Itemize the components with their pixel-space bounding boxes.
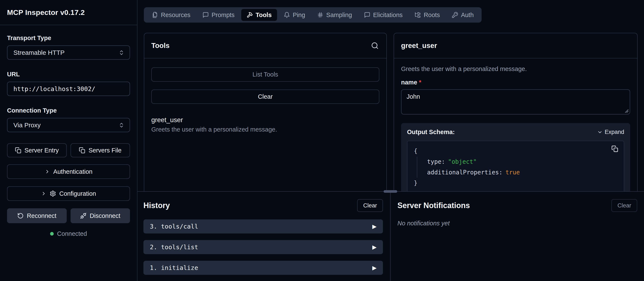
name-field[interactable]: John <box>401 89 630 115</box>
required-marker: * <box>419 79 421 86</box>
tab-label: Elicitations <box>373 12 403 19</box>
chevrons-up-down-icon <box>118 122 124 128</box>
notifications-clear-button[interactable]: Clear <box>612 199 637 212</box>
tab-tools[interactable]: Tools <box>241 9 277 21</box>
tab-label: Auth <box>461 12 474 19</box>
copy-code-button[interactable] <box>612 145 618 152</box>
tab-label: Resources <box>161 12 190 19</box>
tool-name: greet_user <box>151 116 379 124</box>
expand-label: Expand <box>604 129 624 135</box>
copy-icon <box>79 147 85 153</box>
tab-label: Tools <box>256 12 272 19</box>
connection-status: Connected <box>7 230 130 237</box>
hash-icon <box>317 12 324 18</box>
history-clear-label: Clear <box>363 202 377 209</box>
history-item[interactable]: 3. tools/call ▶ <box>144 219 383 233</box>
tab-sampling[interactable]: Sampling <box>312 9 358 21</box>
history-clear-button[interactable]: Clear <box>357 199 383 212</box>
output-schema-card: Output Schema: Expand { <box>401 123 630 191</box>
tab-label: Roots <box>424 12 440 19</box>
resize-grip-icon[interactable] <box>625 109 628 113</box>
server-notifications-title: Server Notifications <box>398 201 470 210</box>
hammer-icon <box>246 12 253 18</box>
history-panel: History Clear 3. tools/call ▶ 2. tools/l… <box>138 192 390 281</box>
expand-toggle[interactable]: Expand <box>597 129 624 135</box>
server-notifications-header: Server Notifications Clear <box>398 199 637 212</box>
app-header: MCP Inspector v0.17.2 <box>0 0 137 25</box>
chevron-right-icon <box>44 169 50 174</box>
copy-buttons-row: Server Entry Servers File <box>7 143 130 157</box>
clear-tools-button[interactable]: Clear <box>151 90 379 104</box>
tools-panel-title: Tools <box>151 42 170 50</box>
rotate-ccw-icon <box>17 212 24 219</box>
tab-resources[interactable]: Resources <box>146 9 196 21</box>
history-title: History <box>144 201 170 210</box>
tab-auth[interactable]: Auth <box>446 9 479 21</box>
disconnect-button[interactable]: Disconnect <box>70 208 130 223</box>
copy-icon <box>612 145 618 152</box>
play-icon: ▶ <box>372 223 376 230</box>
servers-file-label: Servers File <box>88 147 122 154</box>
message-square-icon <box>202 12 209 18</box>
param-input-wrap: John <box>401 89 630 115</box>
history-header: History Clear <box>144 199 383 212</box>
history-item[interactable]: 2. tools/list ▶ <box>144 240 383 254</box>
top-panes: Tools List Tools Clear greet_user Greets… <box>138 33 644 191</box>
message-square-icon <box>364 12 370 18</box>
chevrons-up-down-icon <box>118 50 124 56</box>
splitter-handle[interactable] <box>384 190 397 193</box>
reconnect-button[interactable]: Reconnect <box>7 208 67 223</box>
sidebar: MCP Inspector v0.17.2 Transport Type Str… <box>0 0 138 281</box>
sidebar-body: Transport Type Streamable HTTP URL Conne… <box>0 25 137 237</box>
bottom-panes: History Clear 3. tools/call ▶ 2. tools/l… <box>138 192 644 281</box>
server-entry-button[interactable]: Server Entry <box>7 143 67 157</box>
tab-prompts[interactable]: Prompts <box>197 9 240 21</box>
tools-panel-body: List Tools Clear greet_user Greets the u… <box>144 58 386 133</box>
play-icon: ▶ <box>372 264 376 271</box>
chevron-down-icon <box>597 129 603 135</box>
tool-detail-body: Greets the user with a personalized mess… <box>394 58 637 191</box>
reconnect-label: Reconnect <box>27 212 56 219</box>
key-icon <box>452 12 458 18</box>
server-notifications-panel: Server Notifications Clear No notificati… <box>390 192 644 281</box>
chevron-right-icon <box>41 191 46 196</box>
configuration-label: Configuration <box>59 190 96 197</box>
app-title: MCP Inspector v0.17.2 <box>7 8 85 17</box>
main-area: Resources Prompts Tools Ping Sampling <box>138 0 644 281</box>
tool-detail-header: greet_user <box>394 33 637 58</box>
param-name-label: name <box>401 79 417 86</box>
clear-tools-label: Clear <box>258 93 272 100</box>
search-icon[interactable] <box>371 42 379 50</box>
topbar: Resources Prompts Tools Ping Sampling <box>138 0 644 23</box>
tool-description: Greets the user with a personalized mess… <box>151 126 379 133</box>
code-line: type:"object" <box>427 156 617 167</box>
code-open-brace: { <box>414 146 617 156</box>
copy-icon <box>15 147 21 153</box>
list-tools-button[interactable]: List Tools <box>151 67 379 82</box>
configuration-button[interactable]: Configuration <box>7 186 130 201</box>
authentication-button[interactable]: Authentication <box>7 164 130 179</box>
tab-roots[interactable]: Roots <box>409 9 445 21</box>
history-item[interactable]: 1. initialize ▶ <box>144 261 383 275</box>
play-icon: ▶ <box>372 244 376 250</box>
connection-type-label: Connection Type <box>7 107 130 114</box>
connection-type-select[interactable]: Via Proxy <box>7 118 130 132</box>
notifications-empty-message: No notifications yet <box>398 220 637 227</box>
horizontal-splitter[interactable] <box>138 191 644 192</box>
servers-file-button[interactable]: Servers File <box>70 143 130 157</box>
tab-elicitations[interactable]: Elicitations <box>359 9 408 21</box>
notifications-clear-label: Clear <box>617 202 631 209</box>
list-tools-label: List Tools <box>252 71 278 78</box>
history-list: 3. tools/call ▶ 2. tools/list ▶ 1. initi… <box>144 219 383 275</box>
tool-detail-panel: greet_user Greets the user with a person… <box>394 33 638 191</box>
tools-panel-header: Tools <box>144 33 386 58</box>
transport-type-select[interactable]: Streamable HTTP <box>7 45 130 60</box>
tools-panel: Tools List Tools Clear greet_user Greets… <box>144 33 387 191</box>
tab-ping[interactable]: Ping <box>278 9 310 21</box>
code-close-brace: } <box>414 178 617 188</box>
url-input[interactable] <box>7 82 130 96</box>
tab-label: Prompts <box>212 12 235 19</box>
tool-list-item[interactable]: greet_user Greets the user with a person… <box>151 116 379 133</box>
tab-bar: Resources Prompts Tools Ping Sampling <box>144 7 482 23</box>
folder-tree-icon <box>414 12 421 18</box>
